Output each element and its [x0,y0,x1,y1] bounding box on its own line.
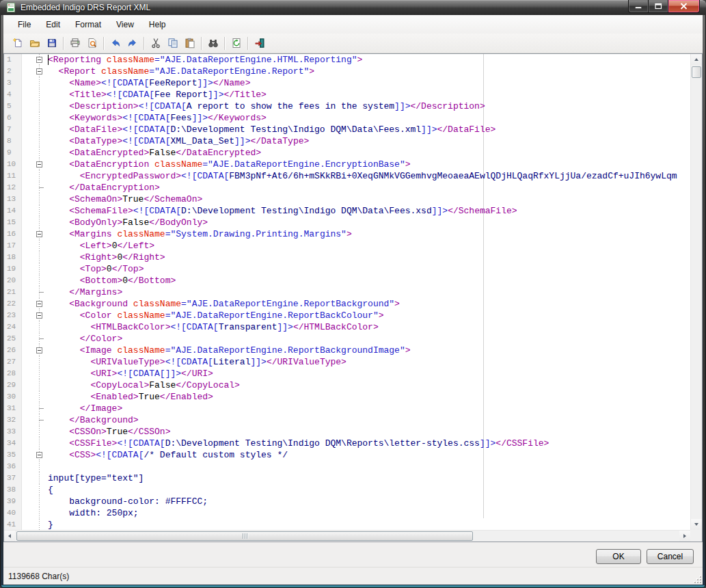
code-line[interactable]: 7 <DataFile><![CDATA[D:\Development Test… [4,124,690,135]
scroll-up-button[interactable] [691,54,702,65]
open-button[interactable] [27,36,42,51]
horizontal-scrollbar[interactable] [4,530,690,542]
code-line[interactable]: 4 <Title><![CDATA[Fee Report]]></Title> [4,89,690,101]
code-line[interactable]: 6 <Keywords><![CDATA[Fees]]></Keywords> [4,112,690,124]
fold-toggle[interactable] [22,298,48,310]
fold-toggle[interactable] [22,449,48,461]
code-line[interactable]: 37input[type="text"] [4,472,690,484]
xml-editor[interactable]: 1<Reporting className="AJE.DataReportEng… [3,53,703,542]
code-line[interactable]: 15 <BodyOnly>False</BodyOnly> [4,217,690,228]
code-text: </Color> [48,333,690,345]
code-line[interactable]: 40 width: 250px; [4,507,690,519]
code-area[interactable]: 1<Reporting className="AJE.DataReportEng… [4,54,690,530]
menu-file[interactable]: File [10,17,38,32]
code-line[interactable]: 18 <Right>0</Right> [4,252,690,263]
code-line[interactable]: 3 <Name><![CDATA[FeeReport]]></Name> [4,77,690,89]
code-line[interactable]: 35 <CSS><![CDATA[/* Default custom style… [4,449,690,461]
code-text: <DataEncrypted>False</DataEncrypted> [48,147,690,159]
fold-toggle[interactable] [22,159,48,170]
code-line[interactable]: 9 <DataEncrypted>False</DataEncrypted> [4,147,690,159]
fold-toggle[interactable] [22,345,48,356]
cut-button[interactable] [148,36,163,51]
fold-toggle[interactable] [22,54,48,66]
code-line[interactable]: 12 </DataEncryption> [4,182,690,193]
vertical-scrollbar-thumb[interactable] [692,66,701,78]
code-line[interactable]: 27 <URIValueType><![CDATA[Literal]]></UR… [4,356,690,368]
title-bar[interactable]: Embedded Indigo DRS Report XML [0,0,706,15]
fold-collapse-icon[interactable] [36,347,42,353]
code-line[interactable]: 16 <Margins className="System.Drawing.Pr… [4,228,690,240]
line-number: 24 [4,321,22,333]
menu-edit[interactable]: Edit [38,17,68,32]
code-line[interactable]: 26 <Image className="AJE.DataReportEngin… [4,345,690,356]
fold-margin [22,391,48,403]
resize-grip-icon[interactable] [692,574,701,583]
code-line[interactable]: 24 <HTMLBackColor><![CDATA[Transparent]]… [4,321,690,333]
code-line[interactable]: 22 <Background className="AJE.DataReport… [4,298,690,310]
code-line[interactable]: 33 <CSSOn>True</CSSOn> [4,426,690,438]
undo-button[interactable] [107,36,123,51]
menu-help[interactable]: Help [141,17,174,32]
app-icon [5,2,16,13]
close-button[interactable] [668,0,700,13]
fold-margin [22,321,48,333]
code-line[interactable]: 32 </Background> [4,414,690,426]
ok-button[interactable]: OK [596,549,641,564]
print-button[interactable] [67,36,83,51]
copy-button[interactable] [165,36,180,51]
code-line[interactable]: 5 <Description><![CDATA[A report to show… [4,101,690,112]
code-line[interactable]: 34 <CSSFile><![CDATA[D:\Development Test… [4,438,690,449]
code-line[interactable]: 28 <URI><![CDATA[]]></URI> [4,368,690,379]
code-line[interactable]: 23 <Color className="AJE.DataReportEngin… [4,310,690,321]
code-line[interactable]: 39 background-color: #FFFFCC; [4,496,690,507]
paste-button[interactable] [182,36,198,51]
code-line[interactable]: 38{ [4,484,690,496]
code-line[interactable]: 13 <SchemaOn>True</SchemaOn> [4,193,690,205]
fold-collapse-icon[interactable] [36,231,42,237]
fold-collapse-icon[interactable] [36,452,42,458]
new-document-button[interactable] [10,36,25,51]
fold-collapse-icon[interactable] [36,161,42,168]
find-button[interactable] [205,36,221,51]
code-line[interactable]: 14 <SchemaFile><![CDATA[D:\Development T… [4,205,690,217]
fold-toggle[interactable] [22,228,48,240]
print-preview-button[interactable] [84,36,100,51]
fold-margin [22,147,48,159]
scroll-right-button[interactable] [679,531,690,542]
fold-collapse-icon[interactable] [36,57,42,63]
refresh-button[interactable] [228,36,244,51]
code-line[interactable]: 19 <Top>0</Top> [4,263,690,275]
vertical-scrollbar[interactable] [690,54,702,530]
code-line[interactable]: 41} [4,519,690,530]
fold-toggle[interactable] [22,66,48,77]
fold-collapse-icon[interactable] [36,68,42,75]
code-line[interactable]: 21 </Margins> [4,286,690,298]
save-button[interactable] [44,36,59,51]
exit-button[interactable] [252,36,267,51]
code-line[interactable]: 36 [4,461,690,472]
code-line[interactable]: 25 </Color> [4,333,690,345]
fold-toggle[interactable] [22,310,48,321]
code-line[interactable]: 8 <DataType><![CDATA[XML_Data_Set]]></Da… [4,135,690,147]
code-line[interactable]: 29 <CopyLocal>False</CopyLocal> [4,379,690,391]
fold-collapse-icon[interactable] [36,301,42,307]
scroll-down-button[interactable] [691,519,702,530]
fold-collapse-icon[interactable] [36,312,42,319]
scroll-left-button[interactable] [4,531,15,542]
menu-view[interactable]: View [109,17,141,32]
cancel-button[interactable]: Cancel [647,549,694,564]
code-line[interactable]: 30 <Enabled>True</Enabled> [4,391,690,403]
fold-margin [22,403,48,414]
menu-format[interactable]: Format [68,17,109,32]
code-line[interactable]: 2 <Report className="AJE.DataReportEngin… [4,66,690,77]
horizontal-scrollbar-thumb[interactable] [16,531,473,541]
code-line[interactable]: 1<Reporting className="AJE.DataReportEng… [4,54,690,66]
maximize-button[interactable] [649,0,668,13]
code-line[interactable]: 20 <Bottom>0</Bottom> [4,275,690,286]
code-line[interactable]: 31 </Image> [4,403,690,414]
code-line[interactable]: 11 <EncryptedPassword><![CDATA[FBM3pNf+A… [4,170,690,182]
redo-button[interactable] [124,36,140,51]
code-line[interactable]: 10 <DataEncryption className="AJE.DataRe… [4,159,690,170]
minimize-button[interactable] [628,0,649,13]
code-line[interactable]: 17 <Left>0</Left> [4,240,690,252]
